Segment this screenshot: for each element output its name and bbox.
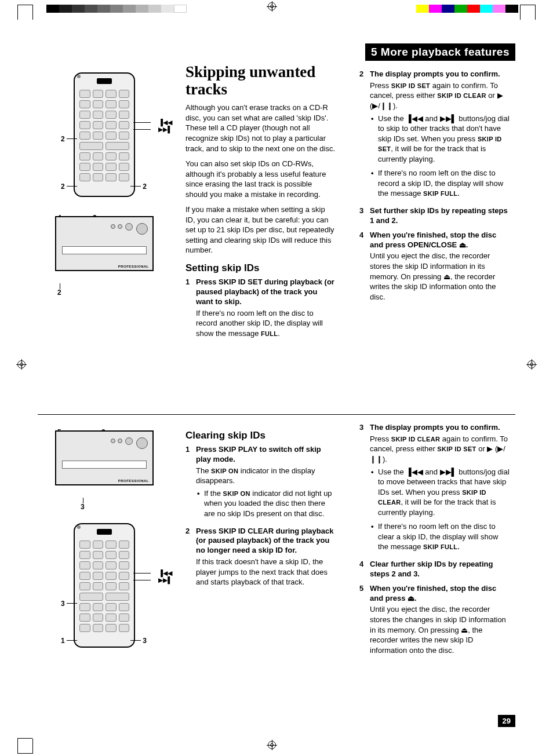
intro-para: Although you can't erase tracks on a CD-… bbox=[185, 103, 336, 154]
remote-control-illustration bbox=[74, 523, 135, 648]
step-1: 1 Press SKIP PLAY to switch off skip pla… bbox=[185, 445, 336, 523]
main-heading: Skipping unwanted tracks bbox=[185, 64, 336, 98]
intro-para: If you make a mistake when setting a ski… bbox=[185, 204, 336, 255]
subheading-setting: Setting skip IDs bbox=[185, 262, 336, 274]
callout-3: 3 bbox=[81, 503, 85, 511]
step-3: 3 The display prompts you to confirm. Pr… bbox=[359, 423, 510, 556]
color-bar bbox=[416, 5, 518, 13]
chapter-heading: 5 More playback features bbox=[365, 43, 515, 61]
skip-icons: ▐◀◀▶▶▌ bbox=[158, 119, 172, 133]
step-2: 2 Press SKIP ID CLEAR during playback (o… bbox=[185, 527, 336, 587]
callout-1: 1 bbox=[61, 637, 65, 645]
column-right-bottom: 3 The display prompts you to confirm. Pr… bbox=[359, 423, 510, 658]
callout-2: 2 bbox=[143, 182, 147, 191]
grayscale-bar bbox=[46, 5, 187, 13]
intro-para: You can also set skip IDs on CD-RWs, alt… bbox=[185, 159, 336, 199]
step-2: 2 The display prompts you to confirm. Pr… bbox=[359, 70, 510, 203]
step-5: 5 When you're finished, stop the disc an… bbox=[359, 584, 510, 656]
step-1: 1 Press SKIP ID SET during playback (or … bbox=[185, 277, 336, 338]
page-number: 29 bbox=[498, 715, 515, 727]
registration-mark-left bbox=[16, 359, 27, 370]
page-content: 5 More playback features ▐◀◀ bbox=[38, 43, 515, 721]
registration-mark-top bbox=[267, 1, 277, 12]
step-4: 4 Clear further skip IDs by repeating st… bbox=[359, 560, 510, 579]
step-3: 3 Set further skip IDs by repeating step… bbox=[359, 206, 510, 226]
callout-3: 3 bbox=[61, 600, 65, 608]
callout-2: 2 bbox=[57, 288, 61, 297]
step-4: 4 When you're finished, stop the disc an… bbox=[359, 231, 510, 302]
callout-2: 2 bbox=[61, 182, 65, 191]
column-middle-top: Skipping unwanted tracks Although you ca… bbox=[185, 64, 336, 406]
horizontal-divider bbox=[38, 414, 515, 415]
callout-2: 2 bbox=[61, 135, 65, 143]
column-middle-bottom: Clearing skip IDs 1 Press SKIP PLAY to s… bbox=[185, 423, 336, 590]
subheading-clearing: Clearing skip IDs bbox=[185, 430, 336, 441]
callout-3: 3 bbox=[143, 637, 147, 645]
remote-control-illustration bbox=[74, 72, 135, 197]
registration-mark-right bbox=[526, 359, 537, 370]
illustration-column: ▐◀◀▶▶▌ 2 2 2 4 2 PROFESSIONAL bbox=[38, 72, 171, 656]
device-front-panel-illustration: PROFESSIONAL bbox=[55, 430, 154, 485]
skip-icons: ▐◀◀▶▶▌ bbox=[158, 569, 172, 583]
registration-mark-bottom bbox=[267, 740, 277, 750]
column-right-top: 2 The display prompts you to confirm. Pr… bbox=[359, 70, 510, 406]
device-front-panel-illustration: PROFESSIONAL bbox=[55, 216, 154, 271]
crop-bl bbox=[17, 739, 32, 754]
printer-marks-top bbox=[0, 2, 553, 20]
